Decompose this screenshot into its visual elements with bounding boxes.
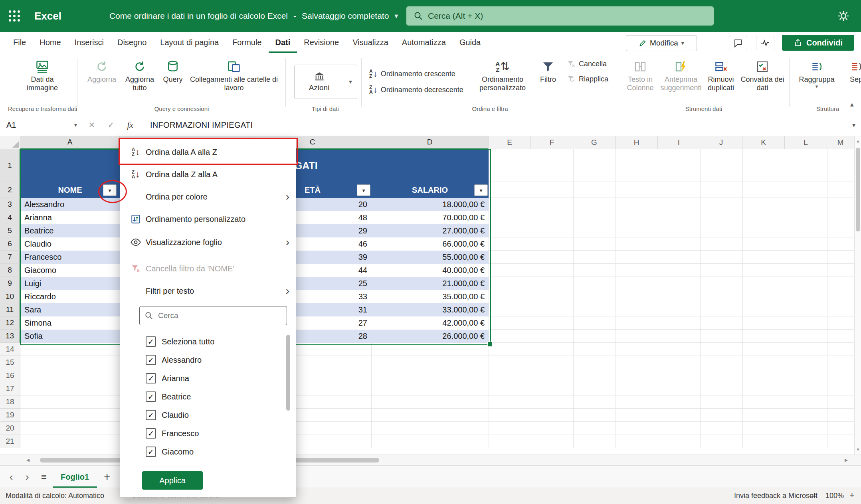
cell-salario[interactable]: 55.000,00 € xyxy=(371,251,489,264)
cell-nome[interactable]: Riccardo xyxy=(20,290,120,303)
sheet-tab-foglio1[interactable]: Foglio1 xyxy=(53,466,97,488)
scroll-right-icon[interactable]: ▸ xyxy=(845,456,848,464)
menu-item-sort-za[interactable]: ZA↓ Ordina dalla Z alla A xyxy=(120,163,296,186)
filter-checkbox-francesco[interactable]: ✓ Francesco xyxy=(120,424,296,443)
cell-salario[interactable]: 26.000,00 € xyxy=(371,330,489,343)
group-button[interactable]: Raggruppa ▾ xyxy=(798,58,836,90)
cell-salario[interactable]: 27.000,00 € xyxy=(371,224,489,237)
cell-salario[interactable]: 33.000,00 € xyxy=(371,303,489,316)
data-validation-button[interactable]: Convalida dei dati xyxy=(739,58,786,92)
checkbox-checked-icon[interactable]: ✓ xyxy=(146,447,156,457)
row-header-9[interactable]: 9 xyxy=(0,277,20,290)
cell-salario[interactable]: 42.000,00 € xyxy=(371,316,489,330)
table-header-salario[interactable]: SALARIO xyxy=(371,182,489,198)
apply-filter-button[interactable]: Applica xyxy=(142,471,203,490)
settings-button[interactable] xyxy=(836,9,851,23)
workbook-links-button[interactable]: Collegamenti alle cartelle di lavoro xyxy=(187,58,281,92)
cell-salario[interactable]: 21.000,00 € xyxy=(371,277,489,290)
cell-nome[interactable]: Alessandro xyxy=(20,198,120,211)
select-all-corner[interactable] xyxy=(0,136,20,149)
share-button[interactable]: Condividi xyxy=(782,35,854,51)
fx-icon[interactable]: fx xyxy=(121,120,140,130)
row-header-3[interactable]: 3 xyxy=(0,198,20,211)
row-header-11[interactable]: 11 xyxy=(0,303,20,316)
cell-salario[interactable]: 70.000,00 € xyxy=(371,211,489,224)
next-sheet-icon[interactable]: › xyxy=(19,471,35,483)
filter-checkbox-select-all[interactable]: ✓ Seleziona tutto xyxy=(120,332,296,351)
custom-sort-button[interactable]: AZ⇅ Ordinamento personalizzato xyxy=(473,58,532,92)
menu-item-sort-az[interactable]: AZ↓ Ordina dalla A alla Z xyxy=(120,141,296,163)
sort-descending-button[interactable]: ZA↓ Ordinamento decrescente xyxy=(369,82,463,98)
column-header-H[interactable]: H xyxy=(616,136,658,149)
cell-nome[interactable]: Francesco xyxy=(20,251,120,264)
query-button[interactable]: Query xyxy=(160,58,186,84)
column-header-G[interactable]: G xyxy=(573,136,616,149)
row-header-5[interactable]: 5 xyxy=(0,224,20,237)
cell-salario[interactable]: 66.000,00 € xyxy=(371,237,489,251)
editing-mode-button[interactable]: Modifica ▾ xyxy=(626,35,697,51)
eta-filter-dropdown-button[interactable]: ▾ xyxy=(357,184,370,196)
checkbox-checked-icon[interactable]: ✓ xyxy=(146,410,156,420)
tab-automatizza[interactable]: Automatizza xyxy=(395,32,453,53)
menu-item-text-filters[interactable]: Filtri per testo › xyxy=(120,280,296,302)
row-header-13[interactable]: 13 xyxy=(0,330,20,343)
row-header-18[interactable]: 18 xyxy=(0,395,20,409)
zoom-out-button[interactable]: — xyxy=(810,492,817,500)
zoom-in-button[interactable]: + xyxy=(849,490,855,500)
sort-ascending-button[interactable]: AZ↓ Ordinamento crescente xyxy=(369,66,463,82)
tab-inserisci[interactable]: Inserisci xyxy=(68,32,111,53)
sheet-list-icon[interactable]: ≡ xyxy=(35,471,53,482)
scroll-down-icon[interactable]: ▾ xyxy=(855,447,861,452)
column-header-E[interactable]: E xyxy=(489,136,531,149)
column-header-J[interactable]: J xyxy=(700,136,742,149)
cell-nome[interactable]: Claudio xyxy=(20,237,120,251)
cell-nome[interactable]: Sara xyxy=(20,303,120,316)
filter-list-scrollbar-thumb[interactable] xyxy=(286,335,290,411)
row-header-15[interactable]: 15 xyxy=(0,356,20,369)
filter-button[interactable]: Filtro xyxy=(534,58,562,84)
document-title[interactable]: Come ordinare i dati in un foglio di cal… xyxy=(109,11,398,21)
column-header-D[interactable]: D xyxy=(371,136,489,149)
ungroup-button[interactable]: Sep xyxy=(838,58,861,84)
data-from-picture-button[interactable]: Dati da immagine xyxy=(19,58,65,92)
feedback-link[interactable]: Invia feedback a Microsoft xyxy=(734,492,817,500)
nome-filter-dropdown-button[interactable]: ▾ xyxy=(103,184,117,196)
vertical-scrollbar-thumb[interactable] xyxy=(856,148,860,231)
calc-mode-status[interactable]: Modalità di calcolo: Automatico xyxy=(6,492,104,500)
row-header-6[interactable]: 6 xyxy=(0,237,20,251)
row-header-21[interactable]: 21 xyxy=(0,435,20,448)
column-header-A[interactable]: A xyxy=(20,136,120,149)
checkbox-checked-icon[interactable]: ✓ xyxy=(146,373,156,383)
cell-salario[interactable]: 35.000,00 € xyxy=(371,290,489,303)
row-header-4[interactable]: 4 xyxy=(0,211,20,224)
row-header-12[interactable]: 12 xyxy=(0,316,20,330)
cell-salario[interactable]: 18.000,00 € xyxy=(371,198,489,211)
tab-file[interactable]: File xyxy=(6,32,33,53)
filter-search-input[interactable] xyxy=(157,311,275,320)
column-header-M[interactable]: M xyxy=(827,136,854,149)
filter-checkbox-arianna[interactable]: ✓ Arianna xyxy=(120,369,296,387)
filter-checkbox-claudio[interactable]: ✓ Claudio xyxy=(120,406,296,424)
vertical-scrollbar[interactable]: ▴ ▾ xyxy=(854,136,861,455)
checkbox-checked-icon[interactable]: ✓ xyxy=(146,391,156,402)
filter-search-box[interactable] xyxy=(139,306,287,325)
menu-item-sheet-view[interactable]: Visualizzazione foglio › xyxy=(120,230,296,254)
checkbox-checked-icon[interactable]: ✓ xyxy=(146,336,156,347)
azioni-button[interactable]: Azioni xyxy=(295,65,344,99)
refresh-all-button[interactable]: Aggiorna tutto xyxy=(121,58,159,92)
row-header-19[interactable]: 19 xyxy=(0,409,20,422)
checkbox-checked-icon[interactable]: ✓ xyxy=(146,428,156,439)
cell-nome[interactable]: Arianna xyxy=(20,211,120,224)
row-header-10[interactable]: 10 xyxy=(0,290,20,303)
show-changes-button[interactable] xyxy=(756,36,774,50)
data-types-gallery[interactable]: Azioni ▾ xyxy=(294,65,357,99)
prev-sheet-icon[interactable]: ‹ xyxy=(3,471,19,483)
column-header-F[interactable]: F xyxy=(531,136,573,149)
scroll-up-icon[interactable]: ▴ xyxy=(855,138,861,144)
formula-input[interactable]: INFORMAZIONI IMPIEGATI xyxy=(150,121,253,130)
cell-nome[interactable]: Sofia xyxy=(20,330,120,343)
comments-button[interactable] xyxy=(729,36,747,50)
cell-nome[interactable]: Giacomo xyxy=(20,264,120,277)
tab-layout-di-pagina[interactable]: Layout di pagina xyxy=(153,32,226,53)
tab-dati[interactable]: Dati xyxy=(269,32,297,53)
